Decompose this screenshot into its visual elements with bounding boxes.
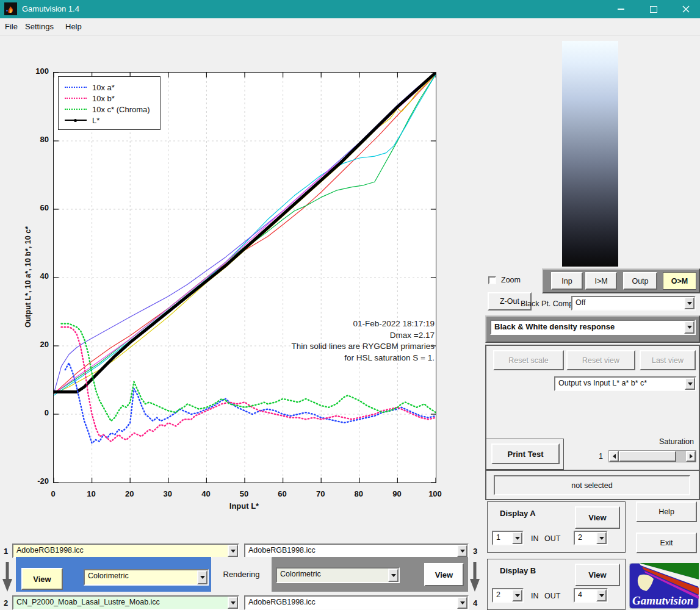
density-response-value: Black & White density response — [494, 322, 682, 331]
legend-line-sample — [65, 109, 87, 110]
plot-type-dropdown[interactable]: Output vs Input L* a* b* c* — [554, 376, 696, 391]
status-box: not selected — [494, 475, 690, 495]
dropdown-arrow-icon[interactable] — [457, 597, 467, 609]
legend-item-b: 10x b* — [65, 93, 154, 104]
menu-settings[interactable]: Settings — [25, 22, 54, 31]
reset-view-button[interactable]: Reset view — [566, 350, 635, 370]
display-a-inout-label: IN OUT — [531, 534, 560, 543]
display-b-out-dropdown[interactable]: 4 — [574, 588, 608, 603]
slider-right-arrow[interactable] — [686, 451, 696, 462]
output-mode-button[interactable]: Outp — [623, 272, 657, 290]
x-tick-label: 100 — [423, 489, 447, 498]
saturation-value: 1 — [599, 452, 603, 461]
slider-thumb[interactable] — [619, 451, 676, 462]
x-tick-label: 10 — [79, 489, 104, 498]
legend-line-sample — [65, 120, 87, 121]
display-a-panel: Display A View 1 IN OUT 2 — [487, 501, 626, 553]
app-icon — [4, 2, 17, 15]
x-tick-label: 70 — [308, 489, 333, 498]
annotation-note-2: for HSL saturation S = 1. — [201, 353, 435, 364]
profile-3-dropdown[interactable]: AdobeRGB1998.icc — [244, 544, 469, 558]
dropdown-arrow-icon[interactable] — [596, 589, 607, 601]
dropdown-arrow-icon[interactable] — [596, 532, 607, 544]
dropdown-arrow-icon[interactable] — [685, 378, 695, 390]
minimize-icon — [618, 9, 624, 10]
exit-button[interactable]: Exit — [636, 533, 697, 553]
profile-1-value: AdobeRGB1998.icc — [16, 546, 226, 554]
y-tick-label: -20 — [22, 476, 49, 486]
print-test-button[interactable]: Print Test — [491, 443, 560, 464]
input-view-button[interactable]: View — [21, 568, 63, 590]
output-to-monitor-button[interactable]: O>M — [663, 272, 696, 290]
legend-label: 10x c* (Chroma) — [92, 105, 150, 114]
profile-3-number: 3 — [473, 547, 477, 556]
saturation-label: Saturation — [659, 437, 694, 446]
profile-4-dropdown[interactable]: AdobeRGB1998.icc — [244, 595, 469, 610]
display-b-view-button[interactable]: View — [575, 564, 620, 586]
annotation-timestamp: 01-Feb-2022 18:17:19 — [201, 318, 435, 330]
x-tick-label: 0 — [41, 489, 65, 498]
intent-left-dropdown[interactable]: Colorimetric — [84, 569, 209, 586]
annotation-dmax: Dmax =2.17 — [201, 330, 435, 342]
logo-text: Gamutvision — [632, 594, 693, 607]
legend-label: 10x a* — [92, 83, 115, 92]
display-a-view-button[interactable]: View — [575, 506, 620, 529]
menu-help[interactable]: Help — [65, 22, 82, 31]
profile-1-dropdown[interactable]: AdobeRGB1998.icc — [12, 544, 239, 558]
saturation-slider[interactable] — [608, 450, 696, 462]
black-pt-comp-dropdown[interactable]: Off — [571, 296, 696, 310]
series-10x-a-star — [65, 363, 436, 443]
dropdown-arrow-icon[interactable] — [684, 297, 695, 309]
display-b-in-value: 2 — [496, 590, 510, 599]
input-profile-panel: View Colorimetric — [16, 557, 211, 592]
dropdown-arrow-icon[interactable] — [228, 597, 238, 609]
density-response-dropdown[interactable]: Black & White density response — [490, 320, 696, 335]
input-mode-button[interactable]: Inp — [551, 272, 583, 290]
x-tick-label: 40 — [193, 489, 218, 498]
zoom-checkbox-label: Zoom — [501, 276, 521, 284]
zoom-checkbox[interactable] — [488, 276, 496, 284]
dropdown-arrow-icon[interactable] — [228, 545, 238, 557]
display-a-in-dropdown[interactable]: 1 — [492, 531, 524, 545]
dropdown-arrow-icon[interactable] — [512, 589, 522, 601]
black-pt-comp-label: Black Pt. Comp. — [521, 300, 576, 308]
flow-arrow-right-icon — [470, 562, 480, 592]
dropdown-arrow-icon[interactable] — [388, 569, 399, 582]
display-a-title: Display A — [500, 509, 536, 518]
dropdown-arrow-icon[interactable] — [197, 570, 207, 584]
display-b-out-value: 4 — [578, 590, 594, 599]
annotation-note-1: Thin solid lines are RYGCBM primaries — [201, 341, 435, 353]
minimize-button[interactable] — [607, 0, 635, 18]
dropdown-arrow-icon[interactable] — [512, 532, 522, 544]
menu-bar: File Settings Help — [0, 18, 700, 36]
profile-2-dropdown[interactable]: CN_P2000_Moab_Lasal_Lustre_Moab.icc — [12, 595, 239, 610]
last-view-button[interactable]: Last view — [640, 350, 696, 370]
display-a-out-dropdown[interactable]: 2 — [574, 531, 608, 545]
legend-item-c: 10x c* (Chroma) — [65, 104, 154, 115]
flow-arrow-left-icon — [2, 562, 12, 592]
maximize-button[interactable] — [640, 0, 668, 18]
y-tick-label: 60 — [22, 203, 49, 212]
gamutvision-window: { "window": { "title": "Gamutvision 1.4"… — [0, 0, 700, 610]
help-button[interactable]: Help — [636, 501, 697, 522]
slider-left-arrow[interactable] — [609, 451, 619, 462]
x-tick-label: 20 — [117, 489, 142, 498]
display-b-in-dropdown[interactable]: 2 — [492, 588, 524, 603]
y-tick-label: 80 — [22, 135, 49, 144]
y-axis-label: Output L*, 10 a*, 10 b*, 10 c* — [24, 226, 32, 328]
display-b-inout-label: IN OUT — [531, 592, 560, 600]
intent-right-dropdown[interactable]: Colorimetric — [276, 567, 400, 583]
dropdown-arrow-icon[interactable] — [684, 321, 695, 334]
menu-file[interactable]: File — [5, 22, 18, 31]
reset-scale-button[interactable]: Reset scale — [493, 350, 564, 370]
profile-4-number: 4 — [473, 598, 477, 608]
y-tick-label: 0 — [22, 408, 49, 417]
close-button[interactable] — [672, 0, 700, 18]
plot-area[interactable] — [53, 72, 436, 483]
output-view-button[interactable]: View — [424, 563, 464, 586]
legend-line-sample — [65, 98, 87, 99]
dropdown-arrow-icon[interactable] — [457, 545, 467, 557]
input-to-monitor-button[interactable]: I>M — [585, 272, 617, 290]
legend-line-sample — [65, 87, 87, 88]
profile-2-number: 2 — [4, 598, 8, 608]
